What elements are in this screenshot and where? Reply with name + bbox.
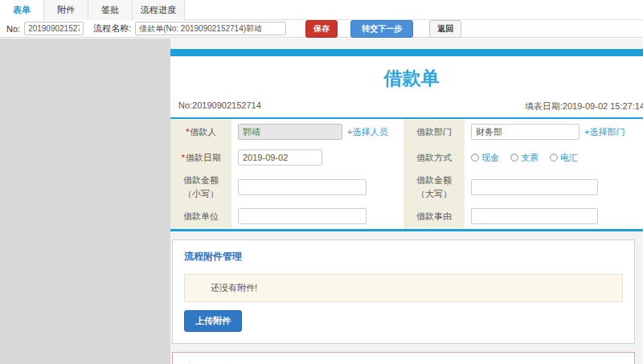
loan-date-label: *借款日期	[170, 145, 231, 170]
amount-big-label: 借款金额（大写）	[403, 170, 465, 203]
no-label: No:	[6, 24, 20, 34]
form-no-text: No:20190902152714	[178, 100, 261, 112]
page-title: 借款单	[170, 56, 643, 99]
amount-big-input[interactable]	[471, 179, 598, 195]
app-window: 表单 附件 签批 流程进度 No: 流程名称: 保存 转交下一步 返回 借款单 …	[0, 0, 643, 364]
approval-section: 流程签批意见 B I abc A✗	[172, 352, 635, 364]
unit-field-cell	[231, 203, 403, 229]
process-name-input[interactable]	[135, 22, 286, 35]
no-attachment-message: 还没有附件!	[184, 274, 623, 302]
borrower-input[interactable]	[238, 124, 342, 140]
reason-field-cell	[465, 203, 643, 229]
form-header-row: No:20190902152714 填表日期:2019-09-02 15:27:…	[170, 99, 643, 119]
amount-small-field-cell	[231, 170, 403, 203]
radio-cash[interactable]: 现金	[471, 152, 499, 164]
department-field-cell: +选择部门	[465, 119, 643, 145]
attachment-heading: 流程附件管理	[184, 250, 623, 264]
reason-input[interactable]	[471, 208, 598, 224]
select-department-link[interactable]: +选择部门	[584, 126, 625, 138]
method-label: 借款方式	[403, 145, 465, 170]
unit-input[interactable]	[238, 208, 367, 224]
required-mark: *	[186, 127, 189, 137]
select-person-link[interactable]: +选择人员	[347, 126, 387, 138]
department-label: 借款部门	[403, 119, 465, 145]
borrower-field-cell: +选择人员	[231, 119, 403, 145]
tab-bar: 表单 附件 签批 流程进度	[0, 0, 643, 20]
form-top-accent-bar	[170, 49, 643, 56]
radio-icon[interactable]	[550, 153, 558, 162]
radio-wire[interactable]: 电汇	[550, 152, 578, 164]
loan-date-field-cell	[231, 145, 403, 170]
content-panel: 借款单 No:20190902152714 填表日期:2019-09-02 15…	[170, 39, 643, 364]
form-date-text: 填表日期:2019-09-02 15:27:14	[525, 100, 643, 112]
tab-approval[interactable]: 签批	[88, 0, 133, 20]
no-input[interactable]	[24, 22, 84, 35]
toolbar: No: 流程名称: 保存 转交下一步 返回	[0, 20, 643, 38]
radio-icon[interactable]	[510, 153, 518, 162]
unit-label: 借款单位	[170, 203, 231, 229]
attachment-section: 流程附件管理 还没有附件! 上传附件	[172, 239, 635, 344]
next-step-button[interactable]: 转交下一步	[350, 20, 413, 38]
workspace: 借款单 No:20190902152714 填表日期:2019-09-02 15…	[0, 39, 643, 364]
required-mark: *	[181, 153, 184, 162]
amount-big-field-cell	[465, 170, 643, 203]
loan-form-card: 借款单 No:20190902152714 填表日期:2019-09-02 15…	[170, 49, 643, 231]
radio-cheque[interactable]: 支票	[510, 152, 539, 164]
upload-attachment-button[interactable]: 上传附件	[184, 310, 242, 332]
back-button[interactable]: 返回	[429, 20, 461, 38]
form-grid: *借款人 +选择人员 借款部门 +选择部门 *借款日期	[170, 119, 643, 231]
amount-small-label: 借款金额（小写）	[170, 170, 231, 203]
tab-attachment[interactable]: 附件	[44, 0, 88, 20]
tab-form[interactable]: 表单	[0, 0, 44, 20]
save-button[interactable]: 保存	[305, 20, 338, 38]
reason-label: 借款事由	[403, 203, 465, 229]
borrower-label: *借款人	[170, 119, 231, 145]
department-input[interactable]	[471, 124, 580, 140]
radio-icon[interactable]	[471, 153, 479, 162]
tab-progress[interactable]: 流程进度	[133, 0, 185, 20]
method-field-cell: 现金 支票 电汇	[465, 145, 643, 170]
loan-date-input[interactable]	[238, 149, 322, 166]
process-name-label: 流程名称:	[93, 22, 131, 35]
amount-small-input[interactable]	[238, 179, 367, 195]
